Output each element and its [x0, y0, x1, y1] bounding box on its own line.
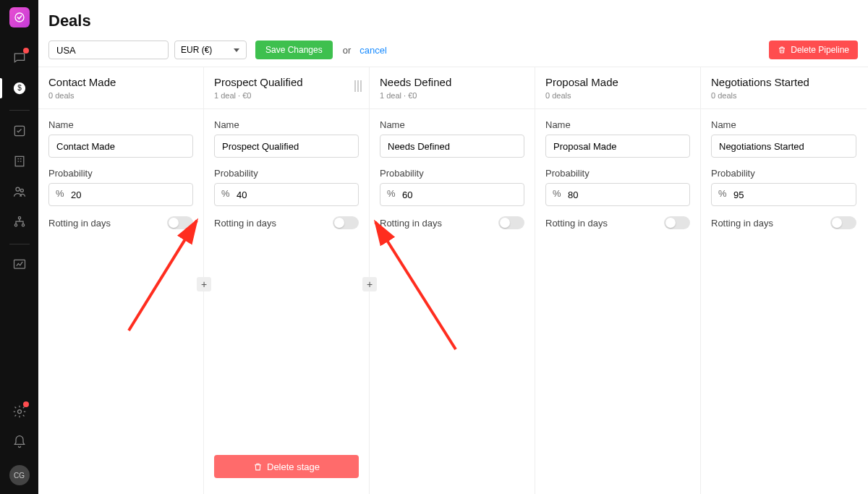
rotting-toggle[interactable]: [498, 216, 524, 229]
nav-settings[interactable]: [0, 397, 38, 426]
column-subtitle: 0 deals: [545, 91, 690, 100]
stage-name-input[interactable]: [214, 135, 359, 158]
delete-pipeline-label: Delete Pipeline: [791, 45, 849, 55]
nav-divider: [9, 244, 30, 244]
percent-prefix: %: [56, 188, 64, 199]
or-label: or: [343, 45, 352, 56]
column-subtitle: 1 deal · €0: [380, 91, 524, 100]
probability-label: Probability: [545, 168, 690, 179]
rotting-toggle[interactable]: [167, 216, 193, 229]
column-subtitle: 1 deal · €0: [214, 91, 359, 100]
delete-stage-label: Delete stage: [267, 461, 320, 472]
svg-point-8: [14, 224, 17, 226]
cancel-link[interactable]: cancel: [359, 45, 387, 56]
page-title: Deals: [48, 12, 858, 30]
stage-column: +Prospect Qualified1 deal · €0NameProbab…: [204, 67, 370, 494]
column-drag-handle[interactable]: [354, 80, 362, 92]
svg-point-7: [18, 217, 20, 219]
probability-label: Probability: [214, 168, 359, 179]
column-subtitle: 0 deals: [711, 91, 856, 100]
column-header: Negotiations Started0 deals: [701, 67, 867, 109]
stage-name-input[interactable]: [48, 135, 193, 158]
nav-notifications[interactable]: [0, 427, 38, 456]
toolbar: EUR (€) Save Changes or cancel Delete Pi…: [48, 41, 858, 59]
add-stage-button[interactable]: +: [362, 277, 377, 291]
probability-label: Probability: [711, 168, 856, 179]
svg-point-11: [17, 410, 21, 414]
trash-icon: [253, 462, 263, 472]
probability-input[interactable]: [214, 183, 359, 206]
percent-prefix: %: [387, 188, 396, 199]
column-body: NameProbability%Rotting in days: [535, 109, 700, 494]
percent-prefix: %: [221, 188, 230, 199]
name-label: Name: [214, 119, 359, 130]
rotting-label: Rotting in days: [48, 218, 111, 229]
probability-input[interactable]: [380, 183, 524, 206]
column-header: Prospect Qualified1 deal · €0: [204, 67, 369, 109]
add-stage-button[interactable]: +: [197, 277, 211, 291]
svg-rect-4: [15, 156, 24, 166]
stage-column: +Needs Defined1 deal · €0NameProbability…: [370, 67, 535, 494]
svg-text:$: $: [17, 84, 22, 92]
user-avatar[interactable]: CG: [9, 465, 30, 485]
probability-input[interactable]: [48, 183, 193, 206]
column-subtitle: 0 deals: [48, 91, 193, 100]
rotting-label: Rotting in days: [545, 218, 608, 229]
nav-org[interactable]: [0, 208, 38, 237]
delete-pipeline-button[interactable]: Delete Pipeline: [769, 41, 858, 59]
svg-point-5: [16, 187, 20, 191]
app-logo[interactable]: [9, 7, 30, 27]
nav-tasks[interactable]: [0, 116, 38, 145]
stage-name-input[interactable]: [711, 135, 856, 158]
stage-name-input[interactable]: [545, 135, 690, 158]
column-body: NameProbability%Rotting in days: [701, 109, 867, 494]
probability-label: Probability: [48, 168, 193, 179]
notification-dot-icon: [23, 401, 29, 407]
currency-select[interactable]: EUR (€): [174, 41, 247, 59]
name-label: Name: [711, 119, 856, 130]
stage-column: Contact Made0 dealsNameProbability%Rotti…: [38, 67, 204, 494]
trash-icon: [778, 46, 786, 54]
save-button[interactable]: Save Changes: [255, 41, 333, 59]
probability-input[interactable]: [545, 183, 690, 206]
percent-prefix: %: [718, 188, 727, 199]
column-body: NameProbability%Rotting in days: [370, 109, 535, 494]
rotting-toggle[interactable]: [333, 216, 359, 229]
nav-deals[interactable]: $: [0, 74, 38, 103]
column-title: Needs Defined: [380, 76, 524, 88]
percent-prefix: %: [553, 188, 561, 199]
main-area: Deals EUR (€) Save Changes or cancel Del…: [38, 0, 868, 494]
column-title: Prospect Qualified: [214, 76, 359, 88]
column-body: NameProbability%Rotting in days: [38, 109, 203, 494]
rotting-label: Rotting in days: [380, 218, 442, 229]
name-label: Name: [48, 119, 193, 130]
name-label: Name: [545, 119, 690, 130]
column-body: NameProbability%Rotting in daysDelete st…: [204, 109, 369, 494]
nav-companies[interactable]: [0, 147, 38, 176]
delete-stage-button[interactable]: Delete stage: [214, 455, 359, 478]
rotting-toggle[interactable]: [830, 216, 856, 229]
stage-column: Negotiations Started0 dealsNameProbabili…: [701, 67, 867, 494]
header: Deals EUR (€) Save Changes or cancel Del…: [38, 0, 868, 67]
column-header: Contact Made0 deals: [38, 67, 203, 109]
pipeline-name-input[interactable]: [48, 41, 169, 59]
rotting-toggle[interactable]: [664, 216, 690, 229]
column-header: Proposal Made0 deals: [535, 67, 700, 109]
rotting-label: Rotting in days: [214, 218, 276, 229]
notification-dot-icon: [23, 48, 29, 54]
column-title: Contact Made: [48, 76, 193, 88]
rotting-label: Rotting in days: [711, 218, 773, 229]
probability-input[interactable]: [711, 183, 856, 206]
svg-point-6: [20, 189, 23, 192]
sidebar: $ CG: [0, 0, 38, 494]
nav-divider: [9, 110, 30, 111]
nav-reports[interactable]: [0, 250, 38, 279]
column-header: Needs Defined1 deal · €0: [370, 67, 535, 109]
probability-label: Probability: [380, 168, 524, 179]
svg-point-9: [22, 224, 24, 226]
column-title: Negotiations Started: [711, 76, 856, 88]
nav-contacts[interactable]: [0, 177, 38, 206]
stage-name-input[interactable]: [380, 135, 524, 158]
pipeline-board: Contact Made0 dealsNameProbability%Rotti…: [38, 67, 868, 494]
nav-chat[interactable]: [0, 43, 38, 72]
